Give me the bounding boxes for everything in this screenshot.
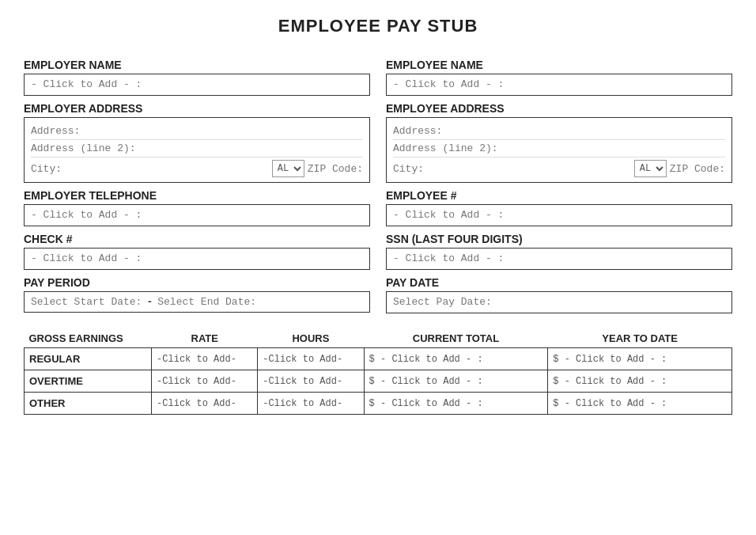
earnings-row: OVERTIME-Click to Add--Click to Add-$ - …: [25, 370, 732, 393]
employee-address-box[interactable]: Address: Address (line 2): City: AL AK A…: [386, 117, 732, 183]
employer-address-box[interactable]: Address: Address (line 2): City: AL AK A…: [24, 117, 370, 183]
earnings-row: REGULAR-Click to Add--Click to Add-$ - C…: [25, 348, 732, 370]
employee-address-line1[interactable]: Address:: [393, 123, 725, 140]
employer-name-input[interactable]: - Click to Add - :: [24, 74, 370, 96]
earnings-section: GROSS EARNINGS RATE HOURS CURRENT TOTAL …: [24, 329, 732, 415]
employer-state-select[interactable]: AL AK AZ AR CA: [272, 160, 304, 177]
earnings-rate-1[interactable]: -Click to Add-: [152, 370, 258, 393]
pay-period-label: PAY PERIOD: [24, 276, 370, 289]
earnings-ytd-0[interactable]: $ - Click to Add - :: [548, 348, 732, 370]
earnings-rate-0[interactable]: -Click to Add-: [152, 348, 258, 370]
earnings-label-0: REGULAR: [25, 348, 152, 370]
employer-tel-label: EMPLOYER TELEPHONE: [24, 189, 370, 202]
pay-period-end[interactable]: Select End Date:: [157, 296, 256, 308]
earnings-label-2: OTHER: [25, 393, 152, 415]
earnings-label-1: OVERTIME: [25, 370, 152, 393]
earnings-hours-0[interactable]: -Click to Add-: [258, 348, 364, 370]
col-header-gross: GROSS EARNINGS: [25, 329, 152, 348]
employer-tel-input[interactable]: - Click to Add - :: [24, 204, 370, 226]
col-header-hours: HOURS: [258, 329, 364, 348]
employer-city-label[interactable]: City:: [31, 163, 269, 175]
page-title: EMPLOYEE PAY STUB: [24, 16, 732, 36]
earnings-current-2[interactable]: $ - Click to Add - :: [364, 393, 548, 415]
col-header-rate: RATE: [152, 329, 258, 348]
earnings-hours-1[interactable]: -Click to Add-: [258, 370, 364, 393]
earnings-row: OTHER-Click to Add--Click to Add-$ - Cli…: [25, 393, 732, 415]
earnings-current-0[interactable]: $ - Click to Add - :: [364, 348, 548, 370]
employer-address-line2[interactable]: Address (line 2):: [31, 140, 363, 157]
col-header-ytd: YEAR TO DATE: [548, 329, 732, 348]
employee-num-input[interactable]: - Click to Add - :: [386, 204, 732, 226]
employer-address-line1[interactable]: Address:: [31, 123, 363, 140]
employer-zip-label[interactable]: ZIP Code:: [308, 163, 363, 175]
employer-name-label: EMPLOYER NAME: [24, 59, 370, 71]
earnings-table: GROSS EARNINGS RATE HOURS CURRENT TOTAL …: [24, 329, 732, 415]
pay-period-box[interactable]: Select Start Date: - Select End Date:: [24, 291, 370, 313]
employee-state-select[interactable]: AL AK AZ AR CA: [634, 160, 667, 177]
ssn-input[interactable]: - Click to Add - :: [386, 248, 732, 270]
employee-city-label[interactable]: City:: [393, 163, 631, 175]
ssn-label: SSN (LAST FOUR DIGITS): [386, 233, 732, 245]
employee-name-label: EMPLOYEE NAME: [386, 59, 732, 71]
earnings-ytd-1[interactable]: $ - Click to Add - :: [548, 370, 732, 393]
employer-address-city-row: City: AL AK AZ AR CA ZIP Code:: [31, 157, 363, 177]
employee-num-label: EMPLOYEE #: [386, 189, 732, 202]
pay-period-dash: -: [146, 296, 153, 308]
check-input[interactable]: - Click to Add - :: [24, 248, 370, 270]
employee-address-label: EMPLOYEE ADDRESS: [386, 102, 732, 115]
employee-name-input[interactable]: - Click to Add - :: [386, 74, 732, 96]
earnings-hours-2[interactable]: -Click to Add-: [258, 393, 364, 415]
col-header-current: CURRENT TOTAL: [364, 329, 548, 348]
employer-address-label: EMPLOYER ADDRESS: [24, 102, 370, 115]
pay-date-label: PAY DATE: [386, 276, 732, 289]
earnings-ytd-2[interactable]: $ - Click to Add - :: [548, 393, 732, 415]
employee-zip-label[interactable]: ZIP Code:: [670, 163, 725, 175]
right-column: EMPLOYEE NAME - Click to Add - : EMPLOYE…: [386, 52, 732, 313]
pay-period-start[interactable]: Select Start Date:: [31, 296, 142, 308]
employee-address-line2[interactable]: Address (line 2):: [393, 140, 725, 157]
left-column: EMPLOYER NAME - Click to Add - : EMPLOYE…: [24, 52, 370, 313]
pay-date-input[interactable]: Select Pay Date:: [386, 291, 732, 313]
earnings-rate-2[interactable]: -Click to Add-: [152, 393, 258, 415]
earnings-current-1[interactable]: $ - Click to Add - :: [364, 370, 548, 393]
check-label: CHECK #: [24, 233, 370, 245]
employee-address-city-row: City: AL AK AZ AR CA ZIP Code:: [393, 157, 725, 177]
